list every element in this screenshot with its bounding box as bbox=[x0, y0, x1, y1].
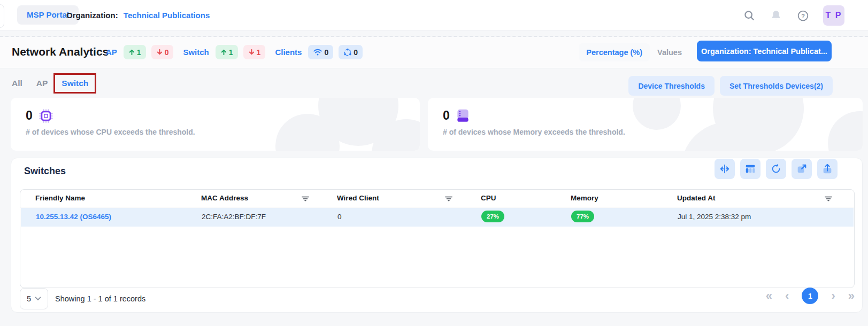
mac-address-cell: 2C:FA:A2:BF:DF:7F bbox=[202, 213, 266, 221]
mac-filter-icon[interactable] bbox=[301, 194, 310, 204]
last-page-icon[interactable]: » bbox=[848, 290, 855, 302]
chevron-down-icon bbox=[35, 297, 41, 301]
kpi-strip: AP 1 0 Switch 1 1 Clients 0 bbox=[105, 45, 363, 59]
prev-page-icon[interactable]: ‹ bbox=[785, 290, 789, 302]
top-bar: MSP Portal Organization: Technical Publi… bbox=[0, 0, 868, 30]
page-size-select[interactable]: 5 bbox=[20, 288, 48, 309]
col-wired-client[interactable]: Wired Client bbox=[337, 194, 379, 202]
memory-card-caption: # of devices whose Memory exceeds the th… bbox=[443, 128, 625, 136]
current-page-button[interactable]: 1 bbox=[802, 288, 818, 304]
unit-toggle: Percentage (%) Values bbox=[579, 43, 682, 61]
col-memory[interactable]: Memory bbox=[571, 194, 598, 202]
switches-table: Friendly Name MAC Address Wired Client C… bbox=[20, 189, 855, 288]
tab-switch[interactable]: Switch bbox=[53, 73, 96, 94]
device-thresholds-button[interactable]: Device Thresholds bbox=[628, 76, 715, 96]
wired-client-filter-icon[interactable] bbox=[444, 194, 454, 204]
organization-label: Organization: bbox=[66, 11, 118, 20]
switch-up-count: 1 bbox=[229, 48, 233, 57]
notifications-bell-icon[interactable] bbox=[770, 9, 782, 22]
organization-link[interactable]: Technical Publications bbox=[124, 11, 210, 20]
kpi-switch-label[interactable]: Switch bbox=[183, 48, 209, 57]
arrow-down-icon bbox=[248, 49, 255, 56]
cpu-card-caption: # of devices whose CPU exceeds the thres… bbox=[26, 128, 195, 136]
upload-icon bbox=[821, 163, 833, 175]
kpi-clients-label[interactable]: Clients bbox=[275, 48, 302, 57]
col-friendly-name[interactable]: Friendly Name bbox=[35, 194, 85, 202]
organization-breadcrumb: Organization: Technical Publications bbox=[66, 11, 210, 20]
open-external-button[interactable] bbox=[792, 159, 812, 179]
memory-icon bbox=[456, 108, 470, 123]
updated-at-filter-icon[interactable] bbox=[824, 194, 833, 204]
page-size-value: 5 bbox=[27, 294, 31, 303]
table-toolbar bbox=[715, 159, 838, 179]
wifi-icon bbox=[313, 48, 322, 56]
first-page-icon[interactable]: « bbox=[766, 290, 772, 302]
toggle-percentage[interactable]: Percentage (%) bbox=[579, 43, 650, 61]
arrow-up-icon bbox=[128, 49, 135, 56]
ap-up-count: 1 bbox=[137, 48, 141, 57]
avatar[interactable]: T P bbox=[823, 5, 844, 26]
set-thresholds-button[interactable]: Set Thresholds Devices(2) bbox=[720, 76, 833, 96]
memory-percentage-badge: 77% bbox=[571, 211, 594, 222]
organization-selector-button[interactable]: Organization: Technical Publicat... bbox=[697, 41, 832, 61]
fit-width-icon bbox=[719, 163, 731, 175]
clients-wifi-badge: 0 bbox=[308, 45, 333, 59]
next-page-icon[interactable]: › bbox=[831, 290, 835, 302]
toggle-values[interactable]: Values bbox=[657, 48, 682, 57]
page-title: Network Analytics bbox=[12, 45, 109, 58]
columns-icon bbox=[744, 163, 756, 175]
analytics-header: Network Analytics AP 1 0 Switch 1 1 Clie… bbox=[0, 37, 868, 68]
kpi-ap-label[interactable]: AP bbox=[106, 48, 117, 57]
sidebar-edge[interactable] bbox=[0, 4, 4, 28]
device-tabs: All AP Switch bbox=[12, 79, 88, 88]
refresh-button[interactable] bbox=[766, 159, 786, 179]
col-mac-address[interactable]: MAC Address bbox=[201, 194, 248, 202]
svg-text:?: ? bbox=[801, 12, 805, 19]
pagination: « ‹ 1 › » bbox=[766, 288, 855, 304]
threshold-actions: Device Thresholds Set Thresholds Devices… bbox=[628, 76, 833, 96]
cpu-threshold-card: 0 # of devices whose CPU exceeds the thr… bbox=[11, 98, 420, 151]
search-icon[interactable] bbox=[743, 9, 756, 22]
cpu-percentage-badge: 27% bbox=[481, 211, 504, 222]
external-link-icon bbox=[796, 163, 808, 175]
switches-panel: Switches bbox=[11, 158, 863, 313]
refresh-icon bbox=[770, 163, 782, 175]
clients-mesh-count: 0 bbox=[354, 48, 358, 57]
col-cpu[interactable]: CPU bbox=[481, 194, 496, 202]
clients-wifi-count: 0 bbox=[324, 48, 328, 57]
memory-threshold-card: 0 # of devices whose Memory exceeds the … bbox=[428, 98, 863, 151]
updated-at-cell: Jul 1, 2025 2:38:32 pm bbox=[678, 213, 751, 221]
fit-columns-button[interactable] bbox=[715, 159, 735, 179]
arrow-up-icon bbox=[220, 49, 227, 56]
clients-mesh-badge: 0 bbox=[339, 45, 363, 59]
tab-all[interactable]: All bbox=[12, 79, 22, 88]
arrow-down-icon bbox=[156, 49, 163, 56]
cpu-card-value: 0 bbox=[26, 108, 33, 123]
ap-down-count: 0 bbox=[165, 48, 169, 57]
help-icon[interactable]: ? bbox=[796, 9, 809, 22]
switch-down-count: 1 bbox=[257, 48, 261, 57]
records-summary: Showing 1 - 1 of 1 records bbox=[55, 294, 145, 303]
friendly-name-link[interactable]: 10.255.13.42 (OS6465) bbox=[36, 213, 111, 221]
memory-card-value: 0 bbox=[443, 108, 450, 123]
switch-down-badge: 1 bbox=[243, 45, 266, 59]
ap-down-badge: 0 bbox=[151, 45, 174, 59]
mesh-network-icon bbox=[343, 48, 352, 57]
table-header: Friendly Name MAC Address Wired Client C… bbox=[20, 190, 854, 207]
columns-button[interactable] bbox=[740, 159, 761, 179]
export-button[interactable] bbox=[817, 159, 838, 179]
cpu-chip-icon bbox=[39, 109, 53, 123]
table-row[interactable]: 10.255.13.42 (OS6465) 2C:FA:A2:BF:DF:7F … bbox=[21, 208, 854, 227]
switches-title: Switches bbox=[24, 166, 66, 177]
tab-ap[interactable]: AP bbox=[36, 79, 48, 88]
col-updated-at[interactable]: Updated At bbox=[677, 194, 716, 202]
ap-up-badge: 1 bbox=[124, 45, 146, 59]
wired-client-cell: 0 bbox=[337, 213, 342, 221]
switch-up-badge: 1 bbox=[216, 45, 238, 59]
